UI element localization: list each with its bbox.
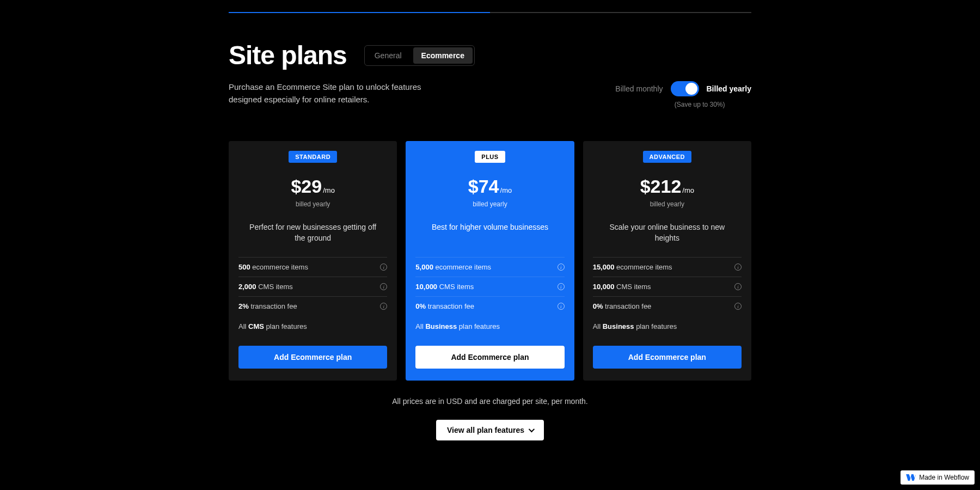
feature-summary: All CMS plan features: [238, 316, 387, 336]
info-icon[interactable]: i: [380, 264, 387, 271]
feature-row: 2,000 CMS items i: [238, 277, 387, 296]
plan-tagline: Perfect for new businesses getting off t…: [238, 222, 387, 244]
feature-text: 2% transaction fee: [238, 302, 297, 310]
feature-text: All Business plan features: [593, 322, 677, 330]
plan-card-plus: PLUS $74/mo billed yearly Best for highe…: [406, 141, 574, 381]
price-amount: $212: [640, 176, 682, 197]
info-icon[interactable]: i: [380, 283, 387, 290]
price-unit: /mo: [500, 186, 512, 194]
price-row: $29/mo: [238, 176, 387, 197]
feature-text: 15,000 ecommerce items: [593, 263, 672, 271]
view-all-label: View all plan features: [447, 426, 524, 434]
pricing-footnote: All prices are in USD and are charged pe…: [229, 397, 751, 406]
active-tab-bar: [229, 12, 490, 13]
toggle-knob: [685, 83, 697, 95]
price-amount: $74: [468, 176, 499, 197]
feature-text: All Business plan features: [415, 322, 500, 330]
top-tab-indicator: [229, 12, 751, 13]
info-icon[interactable]: i: [558, 264, 565, 271]
plan-tagline: Best for higher volume businesses: [415, 222, 564, 244]
add-plan-button[interactable]: Add Ecommerce plan: [238, 346, 387, 369]
feature-row: 5,000 ecommerce items i: [415, 257, 564, 277]
billed-note: billed yearly: [238, 200, 387, 208]
info-icon[interactable]: i: [558, 283, 565, 290]
page-subtitle: Purchase an Ecommerce Site plan to unloc…: [229, 81, 452, 106]
made-in-webflow-badge[interactable]: Made in Webflow: [901, 470, 975, 485]
billed-note: billed yearly: [593, 200, 742, 208]
billed-note: billed yearly: [415, 200, 564, 208]
feature-text: 2,000 CMS items: [238, 283, 293, 291]
feature-text: 500 ecommerce items: [238, 263, 308, 271]
price-unit: /mo: [323, 186, 335, 194]
webflow-badge-label: Made in Webflow: [919, 474, 969, 481]
add-plan-button[interactable]: Add Ecommerce plan: [593, 346, 742, 369]
feature-row: 0% transaction fee i: [593, 296, 742, 316]
info-icon[interactable]: i: [558, 303, 565, 310]
billed-yearly-label[interactable]: Billed yearly: [707, 84, 752, 93]
plan-type-tabs: General Ecommerce: [364, 45, 475, 66]
info-icon[interactable]: i: [380, 303, 387, 310]
feature-text: 0% transaction fee: [593, 302, 652, 310]
tab-general[interactable]: General: [365, 46, 412, 65]
feature-row: 10,000 CMS items i: [415, 277, 564, 296]
billing-toggle[interactable]: [671, 81, 699, 96]
plan-card-standard: STANDARD $29/mo billed yearly Perfect fo…: [229, 141, 397, 381]
feature-text: 10,000 CMS items: [593, 283, 651, 291]
feature-row: 2% transaction fee i: [238, 296, 387, 316]
feature-summary: All Business plan features: [415, 316, 564, 336]
price-row: $212/mo: [593, 176, 742, 197]
info-icon[interactable]: i: [734, 303, 742, 310]
feature-text: 10,000 CMS items: [415, 283, 474, 291]
add-plan-button[interactable]: Add Ecommerce plan: [415, 346, 564, 369]
webflow-logo-icon: [906, 474, 916, 481]
chevron-down-icon: [529, 426, 535, 432]
info-icon[interactable]: i: [734, 283, 742, 290]
plan-badge: STANDARD: [289, 151, 337, 163]
feature-summary: All Business plan features: [593, 316, 742, 336]
tab-ecommerce[interactable]: Ecommerce: [413, 47, 473, 64]
save-note: (Save up to 30%): [675, 101, 725, 108]
price-unit: /mo: [682, 186, 694, 194]
view-all-features-button[interactable]: View all plan features: [436, 420, 544, 440]
feature-row: 500 ecommerce items i: [238, 257, 387, 277]
feature-text: All CMS plan features: [238, 322, 307, 330]
page-title: Site plans: [229, 40, 347, 70]
plan-badge: PLUS: [475, 151, 505, 163]
plan-tagline: Scale your online business to new height…: [593, 222, 742, 244]
billed-monthly-label[interactable]: Billed monthly: [615, 84, 663, 93]
feature-text: 5,000 ecommerce items: [415, 263, 491, 271]
info-icon[interactable]: i: [734, 264, 742, 271]
feature-row: 10,000 CMS items i: [593, 277, 742, 296]
feature-row: 15,000 ecommerce items i: [593, 257, 742, 277]
plan-badge: ADVANCED: [643, 151, 692, 163]
price-row: $74/mo: [415, 176, 564, 197]
feature-row: 0% transaction fee i: [415, 296, 564, 316]
billing-toggle-section: Billed monthly Billed yearly (Save up to…: [615, 81, 751, 108]
price-amount: $29: [291, 176, 322, 197]
plan-card-advanced: ADVANCED $212/mo billed yearly Scale you…: [583, 141, 751, 381]
pricing-cards: STANDARD $29/mo billed yearly Perfect fo…: [229, 141, 751, 381]
feature-text: 0% transaction fee: [415, 302, 474, 310]
